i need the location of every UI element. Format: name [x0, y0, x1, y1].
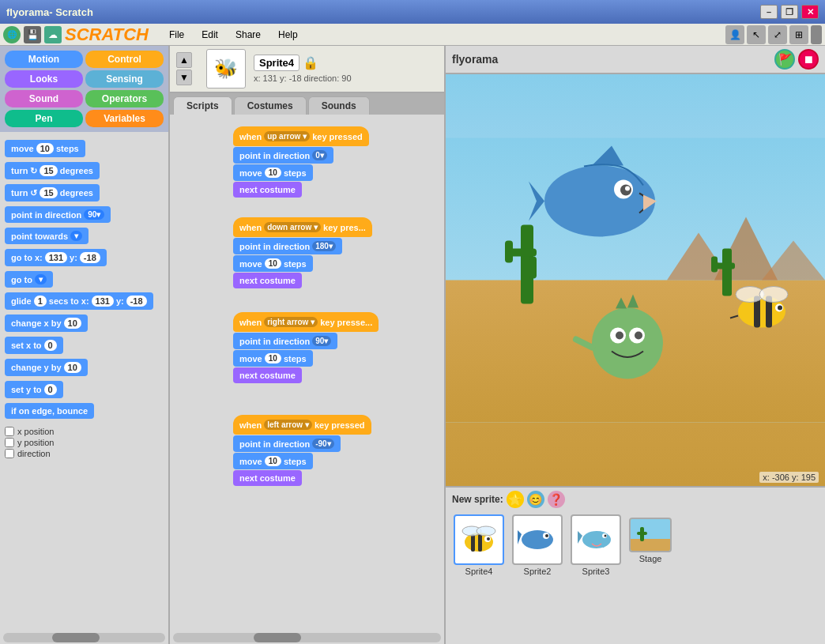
hat-block-down-arrow[interactable]: when down arrow ▾ key pres...	[233, 217, 372, 237]
block-next-costume-left[interactable]: next costume	[233, 470, 302, 486]
block-glide[interactable]: glide 1 secs to x: 131 y: -18	[5, 291, 164, 311]
view-controls: 👤 ↖ ⤢ ⊞	[725, 25, 822, 44]
block-set-y[interactable]: set y to 0	[5, 379, 164, 400]
menu-edit[interactable]: Edit	[194, 28, 226, 42]
category-pen[interactable]: Pen	[5, 110, 83, 127]
block-goto-xy[interactable]: go to x: 131 y: -18	[5, 247, 164, 268]
category-operators[interactable]: Operators	[85, 90, 164, 107]
block-turn-cw[interactable]: turn ↻ 15 degrees	[5, 160, 164, 181]
palette-scrollbar[interactable]	[3, 633, 165, 642]
grid-icon[interactable]: ⊞	[789, 25, 808, 44]
stage-canvas: x: -306 y: 195	[446, 74, 825, 486]
block-point-dir-0[interactable]: point in direction 0▾	[233, 147, 333, 164]
svg-point-22	[616, 332, 623, 340]
block-move-steps[interactable]: move 10 steps	[5, 138, 164, 159]
block-point-towards[interactable]: point towards ▾	[5, 226, 164, 246]
cloud-icon[interactable]: ☁	[44, 26, 62, 43]
sprite-item-sprite3[interactable]: Sprite3	[569, 514, 623, 576]
palette-scrollbar-thumb[interactable]	[52, 633, 100, 642]
block-change-x[interactable]: change x by 10	[5, 313, 164, 333]
sidebar-toggle[interactable]	[811, 25, 822, 44]
sprite4-thumbnail	[458, 518, 500, 561]
block-goto[interactable]: go to ▾	[5, 269, 164, 289]
block-point-dir-90[interactable]: point in direction 90▾	[233, 333, 337, 349]
sprite2-label: Sprite2	[524, 567, 552, 576]
checkbox-direction[interactable]: direction	[5, 449, 164, 458]
menu-help[interactable]: Help	[270, 28, 306, 42]
sprite-item-sprite4[interactable]: Sprite4	[452, 514, 506, 576]
hat-block-up-arrow[interactable]: when up arrow ▾ key pressed	[233, 126, 369, 146]
new-sprite-surprise-button[interactable]: ❓	[548, 491, 565, 508]
block-point-dir-180[interactable]: point in direction 180▾	[233, 238, 342, 254]
tab-scripts[interactable]: Scripts	[173, 96, 232, 115]
sprite-box-sprite4	[454, 514, 504, 565]
panel-arrow-down[interactable]: ▼	[176, 70, 192, 85]
svg-rect-51	[631, 539, 672, 552]
block-if-on-edge[interactable]: if on edge, bounce	[5, 401, 164, 420]
block-next-costume-right[interactable]: next costume	[233, 367, 302, 383]
hat-block-right-arrow[interactable]: when right arrow ▾ key presse...	[233, 312, 379, 332]
window-title: flyorama- Scratch	[6, 6, 93, 18]
new-sprite-from-file-button[interactable]: ⭐	[507, 491, 524, 508]
category-motion[interactable]: Motion	[5, 51, 83, 68]
svg-point-19	[592, 308, 663, 379]
sprite4-label: Sprite4	[465, 567, 493, 576]
checkbox-y-position[interactable]: y position	[5, 438, 164, 447]
globe-icon[interactable]: 🌐	[3, 26, 21, 43]
save-disk-icon[interactable]: 💾	[24, 26, 41, 43]
block-point-direction[interactable]: point in direction 90▾	[5, 205, 164, 224]
stage-title: flyorama	[452, 53, 498, 66]
block-next-costume-up[interactable]: next costume	[233, 182, 302, 198]
cursor-icon[interactable]: ↖	[747, 25, 766, 44]
block-move-up[interactable]: move 10 steps	[233, 164, 313, 181]
scripts-scrollbar[interactable]	[173, 633, 441, 642]
sprite-name-input[interactable]: Sprite4	[254, 55, 299, 71]
scripts-panel: ▲ ▼ 🐝 Sprite4 🔒 x: 131 y: -18 direction:…	[170, 46, 446, 644]
block-set-x[interactable]: set x to 0	[5, 335, 164, 356]
block-turn-ccw[interactable]: turn ↺ 15 degrees	[5, 183, 164, 203]
checkbox-x-position[interactable]: x position	[5, 427, 164, 436]
menu-file[interactable]: File	[161, 28, 192, 42]
category-looks[interactable]: Looks	[5, 70, 83, 88]
block-move-left[interactable]: move 10 steps	[233, 453, 313, 469]
stage-coordinates: x: -306 y: 195	[759, 472, 819, 483]
block-point-dir-neg90[interactable]: point in direction -90▾	[233, 435, 341, 452]
sprite2-thumbnail	[516, 518, 559, 561]
script-group-right-arrow: when right arrow ▾ key presse... point i…	[233, 312, 379, 384]
category-variables[interactable]: Variables	[85, 110, 164, 127]
block-change-y[interactable]: change y by 10	[5, 357, 164, 378]
minimize-button[interactable]: –	[760, 5, 778, 19]
sprite-box-sprite2	[512, 514, 563, 565]
new-sprite-paint-button[interactable]: 😊	[527, 491, 544, 508]
stage-thumbnail	[631, 519, 672, 552]
stage-item[interactable]: Stage	[627, 518, 673, 576]
svg-point-45	[545, 534, 548, 537]
close-button[interactable]: ✕	[801, 5, 819, 19]
hat-block-left-arrow[interactable]: when left arrow ▾ key pressed	[233, 415, 371, 435]
scratch-logo: 🌐 💾 ☁ SCRATCH	[3, 24, 153, 45]
sprite-info-block: Sprite4 🔒 x: 131 y: -18 direction: 90	[254, 55, 438, 83]
svg-point-33	[778, 306, 782, 311]
block-next-costume-down[interactable]: next costume	[233, 273, 302, 288]
person-icon[interactable]: 👤	[725, 25, 744, 44]
category-sound[interactable]: Sound	[5, 90, 83, 107]
tab-sounds[interactable]: Sounds	[308, 96, 370, 115]
tab-costumes[interactable]: Costumes	[234, 96, 307, 115]
stop-button[interactable]: ⏹	[798, 49, 819, 70]
expand-icon[interactable]: ⤢	[768, 25, 787, 44]
block-move-down[interactable]: move 10 steps	[233, 255, 313, 272]
scripts-scrollbar-thumb[interactable]	[254, 633, 301, 642]
menu-share[interactable]: Share	[228, 28, 269, 42]
svg-rect-37	[478, 534, 482, 552]
svg-marker-47	[578, 531, 582, 544]
script-group-up-arrow: when up arrow ▾ key pressed point in dir…	[233, 126, 369, 198]
sprite-item-sprite2[interactable]: Sprite2	[510, 514, 564, 576]
block-move-right[interactable]: move 10 steps	[233, 350, 313, 367]
restore-button[interactable]: ❐	[781, 5, 798, 19]
categories-grid: Motion Control Looks Sensing Sound Opera…	[0, 46, 168, 132]
lock-icon[interactable]: 🔒	[303, 55, 318, 70]
category-control[interactable]: Control	[85, 51, 164, 68]
category-sensing[interactable]: Sensing	[85, 70, 164, 88]
green-flag-button[interactable]: 🚩	[774, 49, 795, 70]
panel-arrow-up[interactable]: ▲	[176, 52, 192, 68]
